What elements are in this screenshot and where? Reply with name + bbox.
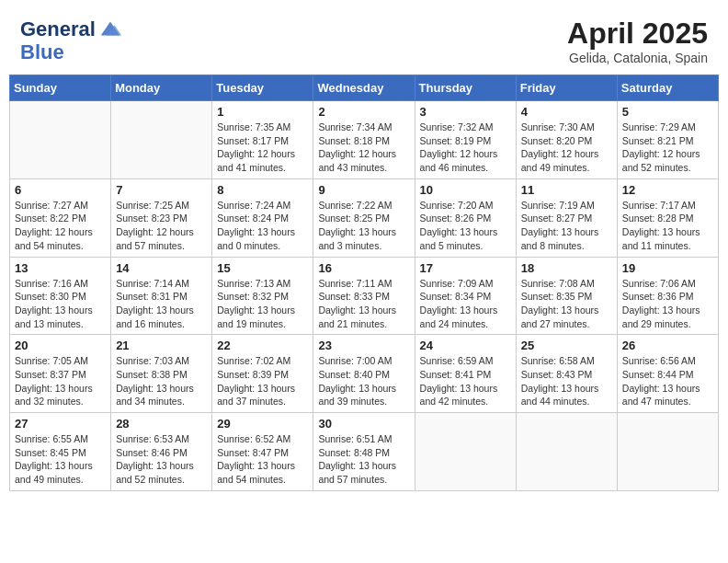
calendar-cell: 4Sunrise: 7:30 AMSunset: 8:20 PMDaylight… xyxy=(516,101,617,179)
calendar-cell: 27Sunrise: 6:55 AMSunset: 8:45 PMDayligh… xyxy=(10,413,111,491)
day-number: 5 xyxy=(622,105,713,119)
day-number: 29 xyxy=(217,417,308,431)
day-info: Sunrise: 7:25 AMSunset: 8:23 PMDaylight:… xyxy=(116,199,207,253)
day-number: 9 xyxy=(318,183,409,197)
calendar-cell: 12Sunrise: 7:17 AMSunset: 8:28 PMDayligh… xyxy=(617,178,718,257)
calendar-cell: 8Sunrise: 7:24 AMSunset: 8:24 PMDaylight… xyxy=(212,178,313,257)
calendar-cell: 5Sunrise: 7:29 AMSunset: 8:21 PMDaylight… xyxy=(617,101,718,179)
day-number: 12 xyxy=(622,183,713,197)
day-info: Sunrise: 7:19 AMSunset: 8:27 PMDaylight:… xyxy=(521,199,612,253)
calendar-cell xyxy=(111,101,212,179)
day-info: Sunrise: 7:06 AMSunset: 8:36 PMDaylight:… xyxy=(622,277,713,331)
day-info: Sunrise: 7:20 AMSunset: 8:26 PMDaylight:… xyxy=(420,199,511,253)
calendar-cell: 29Sunrise: 6:52 AMSunset: 8:47 PMDayligh… xyxy=(212,413,313,491)
calendar-cell: 23Sunrise: 7:00 AMSunset: 8:40 PMDayligh… xyxy=(313,335,415,413)
day-info: Sunrise: 7:09 AMSunset: 8:34 PMDaylight:… xyxy=(420,277,511,331)
calendar-week-row: 1Sunrise: 7:35 AMSunset: 8:17 PMDaylight… xyxy=(10,101,719,179)
calendar-week-row: 27Sunrise: 6:55 AMSunset: 8:45 PMDayligh… xyxy=(10,413,719,491)
calendar-cell: 26Sunrise: 6:56 AMSunset: 8:44 PMDayligh… xyxy=(617,335,718,413)
calendar-cell: 16Sunrise: 7:11 AMSunset: 8:33 PMDayligh… xyxy=(313,257,415,335)
day-info: Sunrise: 6:55 AMSunset: 8:45 PMDaylight:… xyxy=(15,432,106,487)
day-info: Sunrise: 6:51 AMSunset: 8:48 PMDaylight:… xyxy=(318,432,409,487)
day-info: Sunrise: 7:30 AMSunset: 8:20 PMDaylight:… xyxy=(521,121,612,175)
day-number: 22 xyxy=(217,339,308,352)
calendar-day-header: Saturday xyxy=(617,75,718,101)
day-number: 13 xyxy=(15,261,106,275)
calendar-cell: 15Sunrise: 7:13 AMSunset: 8:32 PMDayligh… xyxy=(212,257,313,335)
calendar-cell: 22Sunrise: 7:02 AMSunset: 8:39 PMDayligh… xyxy=(212,335,313,413)
day-number: 25 xyxy=(521,339,612,352)
title-block: April 2025 Gelida, Catalonia, Spain xyxy=(567,17,708,65)
calendar-day-header: Sunday xyxy=(10,75,111,101)
day-number: 3 xyxy=(420,105,511,119)
day-number: 8 xyxy=(217,183,308,197)
calendar-day-header: Monday xyxy=(111,75,212,101)
logo-text: General xyxy=(20,18,96,40)
day-number: 1 xyxy=(217,105,308,119)
day-info: Sunrise: 7:22 AMSunset: 8:25 PMDaylight:… xyxy=(318,199,409,253)
day-number: 21 xyxy=(116,339,207,352)
day-info: Sunrise: 7:14 AMSunset: 8:31 PMDaylight:… xyxy=(116,277,207,331)
calendar-week-row: 20Sunrise: 7:05 AMSunset: 8:37 PMDayligh… xyxy=(10,335,719,413)
calendar-day-header: Thursday xyxy=(415,75,516,101)
day-info: Sunrise: 6:59 AMSunset: 8:41 PMDaylight:… xyxy=(420,354,511,408)
day-info: Sunrise: 7:27 AMSunset: 8:22 PMDaylight:… xyxy=(15,199,106,253)
day-number: 19 xyxy=(622,261,713,275)
day-number: 17 xyxy=(420,261,511,275)
calendar-cell: 6Sunrise: 7:27 AMSunset: 8:22 PMDaylight… xyxy=(10,178,111,257)
day-number: 4 xyxy=(521,105,612,119)
day-info: Sunrise: 7:29 AMSunset: 8:21 PMDaylight:… xyxy=(622,121,713,175)
calendar-week-row: 13Sunrise: 7:16 AMSunset: 8:30 PMDayligh… xyxy=(10,257,719,335)
day-info: Sunrise: 7:16 AMSunset: 8:30 PMDaylight:… xyxy=(15,277,106,331)
day-number: 24 xyxy=(420,339,511,352)
day-number: 11 xyxy=(521,183,612,197)
day-number: 23 xyxy=(318,339,409,352)
calendar-cell: 17Sunrise: 7:09 AMSunset: 8:34 PMDayligh… xyxy=(415,257,516,335)
day-info: Sunrise: 7:05 AMSunset: 8:37 PMDaylight:… xyxy=(15,354,106,408)
calendar-cell: 19Sunrise: 7:06 AMSunset: 8:36 PMDayligh… xyxy=(617,257,718,335)
calendar-cell xyxy=(10,101,111,179)
day-number: 6 xyxy=(15,183,106,197)
day-info: Sunrise: 7:08 AMSunset: 8:35 PMDaylight:… xyxy=(521,277,612,331)
calendar-day-header: Tuesday xyxy=(212,75,313,101)
day-number: 15 xyxy=(217,261,308,275)
calendar-header-row: SundayMondayTuesdayWednesdayThursdayFrid… xyxy=(10,75,719,101)
day-number: 18 xyxy=(521,261,612,275)
day-info: Sunrise: 6:56 AMSunset: 8:44 PMDaylight:… xyxy=(622,354,713,408)
calendar-week-row: 6Sunrise: 7:27 AMSunset: 8:22 PMDaylight… xyxy=(10,178,719,257)
day-info: Sunrise: 6:52 AMSunset: 8:47 PMDaylight:… xyxy=(217,432,308,487)
calendar-cell: 2Sunrise: 7:34 AMSunset: 8:18 PMDaylight… xyxy=(313,101,415,179)
calendar-cell: 1Sunrise: 7:35 AMSunset: 8:17 PMDaylight… xyxy=(212,101,313,179)
day-info: Sunrise: 7:17 AMSunset: 8:28 PMDaylight:… xyxy=(622,199,713,253)
day-info: Sunrise: 6:53 AMSunset: 8:46 PMDaylight:… xyxy=(116,432,207,487)
logo-blue: Blue xyxy=(20,40,123,64)
calendar-cell xyxy=(516,413,617,491)
day-number: 10 xyxy=(420,183,511,197)
calendar-cell: 21Sunrise: 7:03 AMSunset: 8:38 PMDayligh… xyxy=(111,335,212,413)
day-info: Sunrise: 7:02 AMSunset: 8:39 PMDaylight:… xyxy=(217,354,308,408)
calendar-cell: 30Sunrise: 6:51 AMSunset: 8:48 PMDayligh… xyxy=(313,413,415,491)
calendar-cell: 13Sunrise: 7:16 AMSunset: 8:30 PMDayligh… xyxy=(10,257,111,335)
calendar-cell: 10Sunrise: 7:20 AMSunset: 8:26 PMDayligh… xyxy=(415,178,516,257)
day-number: 16 xyxy=(318,261,409,275)
day-number: 30 xyxy=(318,417,409,431)
location: Gelida, Catalonia, Spain xyxy=(567,51,708,65)
day-number: 2 xyxy=(318,105,409,119)
day-number: 27 xyxy=(15,417,106,431)
calendar-cell: 3Sunrise: 7:32 AMSunset: 8:19 PMDaylight… xyxy=(415,101,516,179)
day-info: Sunrise: 7:13 AMSunset: 8:32 PMDaylight:… xyxy=(217,277,308,331)
calendar-cell xyxy=(415,413,516,491)
calendar-cell: 18Sunrise: 7:08 AMSunset: 8:35 PMDayligh… xyxy=(516,257,617,335)
calendar-day-header: Friday xyxy=(516,75,617,101)
day-info: Sunrise: 7:03 AMSunset: 8:38 PMDaylight:… xyxy=(116,354,207,408)
logo-icon xyxy=(97,17,123,42)
calendar-day-header: Wednesday xyxy=(313,75,415,101)
day-number: 14 xyxy=(116,261,207,275)
calendar-cell: 20Sunrise: 7:05 AMSunset: 8:37 PMDayligh… xyxy=(10,335,111,413)
day-info: Sunrise: 6:58 AMSunset: 8:43 PMDaylight:… xyxy=(521,354,612,408)
day-info: Sunrise: 7:11 AMSunset: 8:33 PMDaylight:… xyxy=(318,277,409,331)
page-header: General Blue April 2025 Gelida, Cataloni… xyxy=(9,9,719,71)
day-info: Sunrise: 7:35 AMSunset: 8:17 PMDaylight:… xyxy=(217,121,308,175)
calendar-table: SundayMondayTuesdayWednesdayThursdayFrid… xyxy=(9,75,719,491)
calendar-cell xyxy=(617,413,718,491)
